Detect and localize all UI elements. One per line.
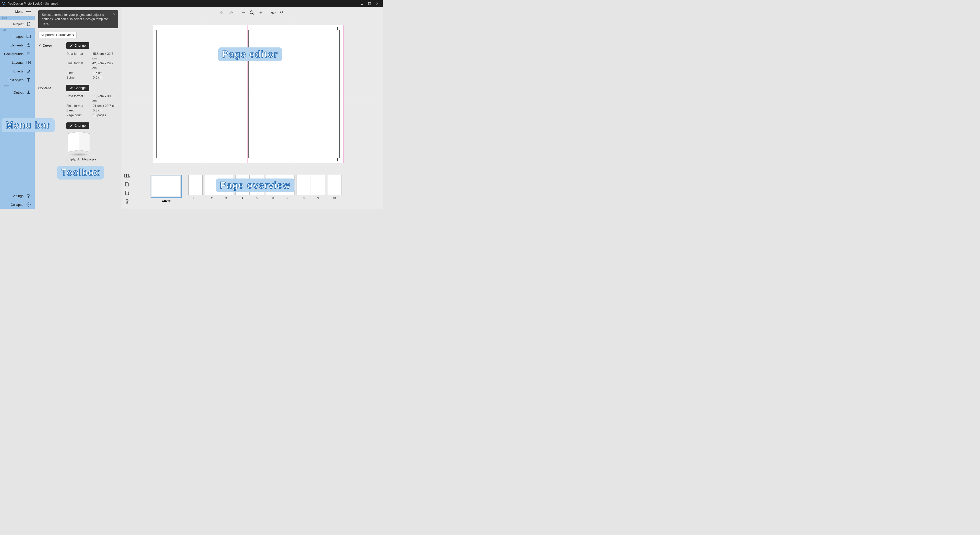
overview-label: 8 <box>303 197 304 200</box>
overview-label: 5 <box>256 197 258 200</box>
svg-text:+: + <box>128 193 129 195</box>
zoom-in-button[interactable] <box>258 10 263 15</box>
zoom-out-button[interactable] <box>241 10 246 15</box>
format-dropdown-value: A4 portrait Hardcover <box>41 33 71 37</box>
kv-value: 21,6 cm x 30,3 cm <box>92 94 118 103</box>
kv-key: Page count <box>66 113 93 118</box>
overview-label: 2 <box>211 197 213 200</box>
layouts-icon <box>26 60 31 65</box>
sidebar-item-layouts[interactable]: Layouts <box>0 58 35 67</box>
format-dropdown[interactable]: A4 portrait Hardcover ▾ <box>38 32 76 38</box>
close-icon[interactable]: × <box>113 12 115 17</box>
sidebar-item-settings[interactable]: Settings <box>0 192 35 200</box>
svg-rect-11 <box>29 63 30 64</box>
sidebar-item-label: Output <box>14 90 24 94</box>
gear-icon <box>26 193 31 198</box>
svg-rect-17 <box>242 13 245 13</box>
window-title: YouDesign Photo Book 6 - Unnamed <box>8 2 360 5</box>
template-caption: Empty, double pages <box>66 157 118 161</box>
page-editor[interactable] <box>121 18 383 171</box>
duplicate-page-button[interactable]: + <box>125 191 129 195</box>
svg-rect-10 <box>29 61 30 62</box>
sidebar-item-label: Backgrounds <box>4 52 24 56</box>
svg-point-8 <box>27 44 30 47</box>
canvas-toolbar <box>121 7 383 18</box>
snap-dropdown[interactable] <box>280 10 285 15</box>
cover-section-header: ✓ Cover <box>38 44 66 48</box>
backgrounds-icon <box>26 51 31 56</box>
content-section-header: Content <box>38 86 66 90</box>
sidebar-item-label: Effects <box>13 69 24 73</box>
close-button[interactable] <box>375 2 379 5</box>
svg-rect-22 <box>280 11 280 12</box>
svg-marker-16 <box>79 132 90 152</box>
overview-label: 6 <box>272 197 274 200</box>
sidebar-item-effects[interactable]: Effects <box>0 67 35 76</box>
sidebar-item-label: Settings <box>11 194 24 198</box>
sidebar-item-backgrounds[interactable]: Backgrounds <box>0 49 35 58</box>
pencil-icon <box>70 86 73 89</box>
section-start: Start <box>0 16 35 20</box>
spread-canvas[interactable] <box>153 25 344 163</box>
menu-button[interactable]: Menu <box>0 7 35 16</box>
check-icon: ✓ <box>38 44 41 48</box>
sidebar-item-elements[interactable]: Elements <box>0 41 35 49</box>
visibility-dropdown[interactable] <box>271 10 276 15</box>
kv-key: Final format <box>66 61 92 71</box>
kv-value: 10 pages <box>93 113 106 118</box>
svg-point-3 <box>4 3 5 5</box>
image-icon <box>26 34 31 39</box>
overview-label: 7 <box>286 197 288 200</box>
collapse-icon <box>26 202 31 207</box>
sidebar-item-output[interactable]: Output <box>0 88 35 97</box>
kv-value: 45,5 cm x 32,7 cm <box>92 51 118 61</box>
add-spread-button[interactable]: + <box>124 174 130 178</box>
sidebar-item-project[interactable]: Project <box>0 20 35 28</box>
change-cover-button[interactable]: Change <box>66 42 89 49</box>
effects-icon <box>26 68 31 74</box>
undo-button[interactable] <box>220 10 225 15</box>
sidebar-item-images[interactable]: Images <box>0 32 35 41</box>
redo-button[interactable] <box>228 10 234 15</box>
overview-label: 4 <box>242 197 243 200</box>
svg-marker-15 <box>68 132 79 152</box>
kv-value: 0,5 cm <box>93 75 103 80</box>
overview-page[interactable]: 89 <box>297 175 325 200</box>
menu-bar: Menu Start Project Edit Images Elements … <box>0 7 35 209</box>
kv-value: 0,3 cm <box>93 108 103 113</box>
elements-icon <box>26 43 31 48</box>
minimize-button[interactable] <box>360 2 363 5</box>
maximize-button[interactable] <box>368 2 371 5</box>
kv-key: Data format <box>66 51 92 61</box>
sidebar-item-label: Text styles <box>8 78 24 82</box>
svg-rect-20 <box>261 11 261 14</box>
sidebar-item-label: Elements <box>10 43 24 47</box>
section-output: Output <box>0 84 35 88</box>
overview-cover[interactable]: Cover <box>151 175 182 203</box>
callout-page-overview: Page overview <box>216 178 294 192</box>
chevron-down-icon: ▾ <box>73 33 74 37</box>
overview-label: Cover <box>162 199 170 203</box>
svg-text:+: + <box>128 185 129 187</box>
change-content-button[interactable]: Change <box>66 85 89 91</box>
overview-label: 10 <box>333 197 336 200</box>
sidebar-item-textstyles[interactable]: Text styles <box>0 76 35 84</box>
svg-rect-4 <box>361 4 363 5</box>
delete-page-button[interactable] <box>125 199 129 204</box>
guide-horizontal <box>153 94 343 94</box>
zoom-fit-button[interactable] <box>250 10 255 15</box>
overview-page[interactable]: 1 <box>184 175 203 200</box>
overview-label: 9 <box>317 197 319 200</box>
overview-label: 1 <box>192 197 194 200</box>
add-page-button[interactable]: + <box>125 182 129 187</box>
svg-point-7 <box>27 36 28 37</box>
callout-menu-bar: Menu bar <box>2 118 55 132</box>
sidebar-item-collapse[interactable]: Collapse <box>0 200 35 209</box>
guide-vertical <box>292 25 292 163</box>
kv-value: 42,5 cm x 29,7 cm <box>92 61 118 71</box>
callout-toolbox: Toolbox <box>57 166 104 179</box>
overview-page[interactable]: 10 <box>327 175 342 200</box>
template-thumb[interactable] <box>66 132 91 154</box>
kv-value: 21 cm x 29,7 cm <box>93 103 116 108</box>
change-template-button[interactable]: Change <box>66 122 89 129</box>
